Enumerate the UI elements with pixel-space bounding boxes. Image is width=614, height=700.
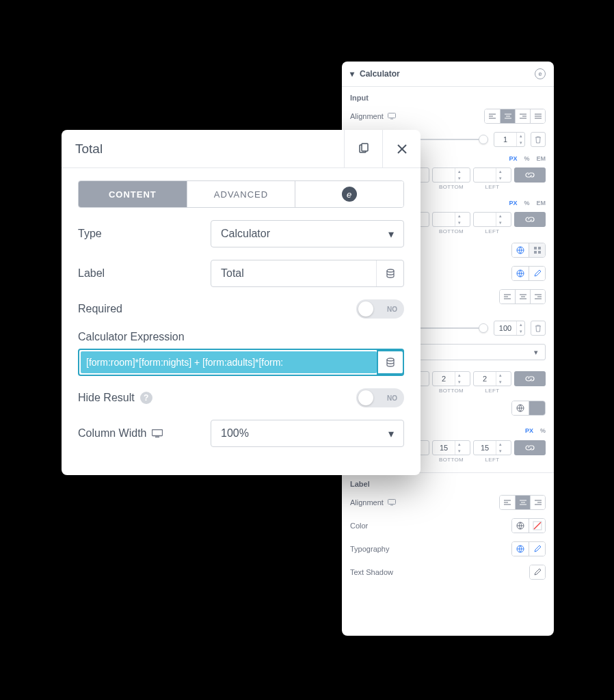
required-row: Required NO: [78, 299, 404, 319]
svg-rect-1: [390, 119, 393, 120]
panel-title: Calculator: [360, 69, 400, 79]
device-icon: [152, 429, 163, 438]
toggle-knob: [358, 390, 373, 405]
globe-icon[interactable]: [512, 267, 529, 280]
label-color-row: Color: [342, 514, 554, 537]
slider-thumb[interactable]: [479, 135, 488, 144]
svg-rect-18: [538, 251, 541, 254]
svg-line-43: [534, 522, 541, 529]
svg-rect-0: [388, 113, 395, 118]
link-values-button[interactable]: [514, 371, 546, 386]
globe-icon[interactable]: [512, 542, 529, 556]
unit-pct[interactable]: %: [524, 155, 529, 162]
help-icon[interactable]: ?: [140, 392, 152, 404]
hide-result-label: Hide Result ?: [78, 392, 201, 404]
alignment-segmented: [484, 109, 546, 124]
reset-button[interactable]: [531, 132, 546, 147]
color-swatch[interactable]: [529, 401, 545, 415]
align-center-button[interactable]: [500, 109, 515, 123]
pair-globe-grid: [511, 243, 546, 258]
column-width-row: Column Width 100% ▾: [78, 420, 404, 447]
unit-em[interactable]: EM: [537, 155, 546, 162]
tab-content[interactable]: CONTENT: [79, 181, 187, 207]
svg-rect-52: [155, 436, 159, 438]
alignment-row: Alignment: [342, 105, 554, 128]
device-icon: [388, 499, 396, 506]
align-justify-button[interactable]: [530, 109, 545, 123]
toggle-knob: [358, 301, 373, 317]
svg-rect-15: [534, 247, 537, 250]
section-input-title: Input: [342, 87, 554, 105]
label-input-wrap: [211, 260, 404, 287]
expression-input[interactable]: [81, 351, 377, 373]
required-label: Required: [78, 303, 201, 315]
pencil-icon[interactable]: [530, 565, 545, 579]
text-align-segmented: [499, 289, 546, 304]
duplicate-button[interactable]: [344, 130, 382, 167]
modal-header: Total: [62, 130, 421, 168]
grid-icon[interactable]: [529, 243, 545, 257]
svg-point-49: [387, 269, 394, 272]
globe-icon[interactable]: [512, 401, 529, 415]
slider-1-value[interactable]: ▴▾: [494, 132, 525, 147]
svg-rect-31: [390, 505, 393, 506]
caret-down-icon: ▾: [534, 348, 538, 357]
label-row: Label: [78, 260, 404, 287]
color-swatch-pair: [511, 401, 546, 416]
link-values-button[interactable]: [514, 167, 546, 183]
link-values-button[interactable]: [514, 440, 546, 455]
column-width-select[interactable]: 100% ▾: [211, 420, 404, 447]
globe-icon[interactable]: [512, 243, 529, 257]
hide-result-row: Hide Result ? NO: [78, 388, 404, 407]
reset-button[interactable]: [531, 321, 546, 336]
modal-title: Total: [62, 130, 344, 167]
expression-section: Calculator Expression: [78, 331, 404, 376]
svg-rect-16: [538, 247, 541, 250]
pair-globe-pencil: [511, 266, 546, 281]
globe-icon[interactable]: [512, 519, 529, 533]
slider-thumb[interactable]: [479, 323, 488, 333]
brand-icon: e: [342, 187, 357, 202]
alignment-label: Alignment: [350, 112, 384, 120]
type-label: Type: [78, 228, 201, 240]
dynamic-tags-button[interactable]: [376, 260, 403, 286]
pencil-icon[interactable]: [529, 542, 545, 556]
svg-rect-51: [152, 429, 163, 435]
caret-down-icon: ▾: [350, 69, 354, 79]
close-button[interactable]: [382, 130, 421, 167]
label-label: Label: [78, 267, 201, 280]
column-width-label: Column Width: [78, 427, 201, 440]
slider-2-value[interactable]: ▴▾: [494, 321, 525, 336]
expression-label: Calculator Expression: [78, 331, 404, 343]
field-editor-modal: Total CONTENT ADVANCED e Type Calculator…: [62, 130, 421, 475]
no-color-icon[interactable]: [529, 519, 545, 533]
label-text-shadow-row: Text Shadow: [342, 561, 554, 584]
pencil-icon[interactable]: [529, 267, 545, 280]
tab-advanced[interactable]: ADVANCED: [187, 181, 295, 207]
tab-brand[interactable]: e: [295, 181, 403, 207]
required-toggle[interactable]: NO: [356, 299, 404, 319]
svg-rect-30: [388, 500, 395, 504]
type-row: Type Calculator ▾: [78, 220, 404, 247]
expression-input-wrap: [78, 349, 404, 376]
dynamic-tags-button[interactable]: [377, 350, 404, 375]
tabs: CONTENT ADVANCED e: [78, 180, 404, 208]
device-icon: [388, 113, 396, 120]
label-alignment-segmented: [499, 495, 546, 510]
hide-result-toggle[interactable]: NO: [356, 388, 404, 407]
brand-icon: e: [535, 68, 546, 79]
align-left-button[interactable]: [485, 109, 500, 123]
unit-px[interactable]: PX: [509, 155, 517, 162]
caret-down-icon: ▾: [388, 427, 394, 440]
section-label-title: Label: [342, 473, 554, 491]
align-right-button[interactable]: [515, 109, 530, 123]
label-alignment-row: Alignment: [342, 491, 554, 514]
label-typography-row: Typography: [342, 537, 554, 561]
type-select[interactable]: Calculator ▾: [211, 220, 404, 247]
svg-point-50: [387, 358, 394, 361]
panel-header[interactable]: ▾ Calculator e: [342, 62, 554, 87]
link-values-button[interactable]: [514, 212, 546, 227]
svg-rect-46: [362, 144, 368, 151]
svg-rect-17: [534, 251, 537, 254]
label-input[interactable]: [211, 267, 376, 280]
